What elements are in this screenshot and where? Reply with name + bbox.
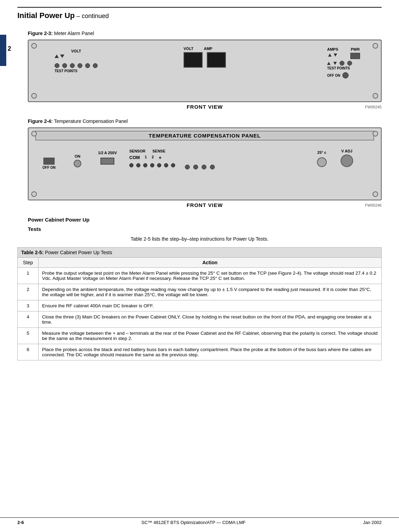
table-title-cell: Table 2-5: Power Cabinet Power Up Tests bbox=[18, 248, 382, 258]
page-container: 2 Initial Power Up – continued Figure 2-… bbox=[0, 0, 399, 532]
figure-2-4-frontview: FRONT VIEW FW00246 bbox=[28, 202, 382, 208]
right-panel-section: AMPS PWR bbox=[327, 47, 360, 78]
temp-label: 25° c bbox=[317, 150, 326, 155]
sensor-labels-row: SENSOR SENSE bbox=[129, 149, 175, 153]
figure-2-4-section: Figure 2-4: Temperature Compensation Pan… bbox=[17, 118, 382, 208]
figure-2-4-caption: Figure 2-4: Temperature Compensation Pan… bbox=[28, 118, 382, 124]
amps-section: AMPS bbox=[327, 47, 338, 57]
table-row: 2Depending on the ambient temperature, t… bbox=[18, 284, 382, 300]
vadj-label: V ADJ bbox=[341, 149, 352, 153]
action-cell-2: Depending on the ambient temperature, th… bbox=[39, 284, 382, 300]
chapter-number: 2 bbox=[8, 45, 11, 52]
intro-text: Table 2-5 lists the step–by–step instruc… bbox=[17, 236, 382, 242]
tcp-off-on: OFF ON bbox=[42, 158, 56, 169]
action-cell-4: Close the three (3) Main DC breakers on … bbox=[39, 311, 382, 328]
left-dot-3 bbox=[70, 63, 75, 68]
tcp-on-circle bbox=[74, 160, 81, 167]
figure-2-3-caption: Figure 2-3: Meter Alarm Panel bbox=[28, 31, 382, 36]
section-heading-line1: Power Cabinet Power Up bbox=[28, 217, 382, 223]
amps-pwr-area: AMPS PWR bbox=[327, 47, 360, 59]
step-cell-3: 3 bbox=[18, 300, 39, 311]
left-dots-row bbox=[55, 63, 98, 68]
meter-blocks-row bbox=[184, 52, 226, 68]
col-action-header: Action bbox=[39, 258, 382, 268]
off-on-section: OFF ON bbox=[327, 72, 360, 78]
tcp-sensor-section: SENSOR SENSE COM 1 2 + bbox=[129, 149, 175, 167]
action-cell-5: Measure the voltage between the + and – … bbox=[39, 328, 382, 344]
tcp-switch bbox=[43, 158, 55, 165]
tp-dot-1 bbox=[340, 61, 344, 66]
fw-number-2: FW00246 bbox=[365, 203, 382, 207]
sensor-dot-3 bbox=[143, 163, 147, 167]
table-2-5: Table 2-5: Power Cabinet Power Up Tests … bbox=[17, 247, 382, 360]
left-dot-2 bbox=[62, 63, 67, 68]
amp-top-label: AMP bbox=[204, 47, 212, 51]
test-points-right-label: TEST POINTS bbox=[327, 66, 360, 70]
left-dot-4 bbox=[78, 63, 82, 68]
front-view-label-2: FRONT VIEW bbox=[187, 202, 223, 208]
footer-title: SC™ 4812ET BTS Optimization/ATP — CDMA L… bbox=[141, 520, 246, 525]
table-title-suffix: Power Cabinet Power Up Tests bbox=[43, 250, 112, 255]
section-heading-line2: Tests bbox=[28, 226, 382, 232]
volt-top-label: VOLT bbox=[184, 47, 194, 51]
left-dot-6 bbox=[93, 63, 98, 68]
right-test-points-row bbox=[327, 61, 360, 66]
footer-page-num: 2-6 bbox=[17, 520, 24, 525]
action-cell-6: Place the probes across the black and re… bbox=[39, 344, 382, 360]
off-on-label: OFF ON bbox=[327, 74, 340, 77]
tcp-on-label: ON bbox=[75, 154, 81, 158]
action-cell-1: Probe the output voltage test point on t… bbox=[39, 268, 382, 284]
sensor-dot-1 bbox=[129, 163, 133, 167]
sensor-dot-4 bbox=[150, 163, 154, 167]
extra-dots-row bbox=[185, 165, 215, 169]
figure-2-3-frontview: FRONT VIEW FW00245 bbox=[28, 104, 382, 110]
figure-2-3-section: Figure 2-3: Meter Alarm Panel VOLT bbox=[17, 31, 382, 110]
tcp-vadj-section: V ADJ bbox=[341, 149, 353, 167]
page-footer: 2-6 SC™ 4812ET BTS Optimization/ATP — CD… bbox=[0, 517, 399, 525]
page-header: Initial Power Up – continued bbox=[17, 7, 382, 20]
meter-alarm-panel-diagram: VOLT TEST POINTS bbox=[28, 40, 382, 102]
action-cell-3: Ensure the RF cabinet 400A main DC break… bbox=[39, 300, 382, 311]
table-title-label: Table 2-5: bbox=[21, 250, 43, 255]
amps-label: AMPS bbox=[327, 47, 338, 51]
power-section-heading-container: Power Cabinet Power Up Tests bbox=[17, 217, 382, 232]
sensor-dot-5 bbox=[157, 163, 161, 167]
volt-meter-block bbox=[184, 52, 203, 68]
sensor-dots-row bbox=[129, 163, 175, 167]
table-row: 3Ensure the RF cabinet 400A main DC brea… bbox=[18, 300, 382, 311]
volt-indicator-row bbox=[55, 55, 98, 58]
extra-dot-1 bbox=[185, 165, 190, 169]
test-points-left-label: TEST POINTS bbox=[55, 69, 98, 73]
center-meters-section: VOLT AMP bbox=[184, 47, 226, 68]
footer-date: Jan 2002 bbox=[363, 520, 382, 525]
sensor-dot-6 bbox=[164, 163, 168, 167]
step-cell-2: 2 bbox=[18, 284, 39, 300]
pwr-block bbox=[350, 53, 360, 59]
temp-circle bbox=[317, 157, 327, 167]
tp-arrow-dn bbox=[333, 62, 337, 65]
fuse-block bbox=[100, 158, 114, 165]
extra-dot-4 bbox=[210, 165, 215, 169]
plus-symbol: + bbox=[159, 155, 162, 160]
table-row: 1Probe the output voltage test point on … bbox=[18, 268, 382, 284]
table-row: 6Place the probes across the black and r… bbox=[18, 344, 382, 360]
amps-dots bbox=[328, 53, 337, 57]
pwr-section: PWR bbox=[350, 47, 360, 59]
col-step-header: Step bbox=[18, 258, 39, 268]
table-row: 4Close the three (3) Main DC breakers on… bbox=[18, 311, 382, 328]
step-cell-5: 5 bbox=[18, 328, 39, 344]
tcp-controls: OFF ON ON 1/2 A 250V SENSOR SENSE bbox=[35, 147, 374, 196]
sensor-dot-2 bbox=[136, 163, 140, 167]
fw-number-1: FW00245 bbox=[365, 105, 382, 109]
one-label: 1 bbox=[145, 155, 147, 160]
page-title: Initial Power Up – continued bbox=[17, 11, 109, 20]
table-row: 5Measure the voltage between the + and –… bbox=[18, 328, 382, 344]
step-cell-4: 4 bbox=[18, 311, 39, 328]
extra-dot-2 bbox=[193, 165, 198, 169]
sensor-label: SENSOR bbox=[129, 149, 145, 153]
sensor-dot-7 bbox=[171, 163, 175, 167]
sense-label: SENSE bbox=[152, 149, 165, 153]
table-header-row: Table 2-5: Power Cabinet Power Up Tests bbox=[18, 248, 382, 258]
tcp-corner-tr bbox=[373, 131, 378, 136]
tcp-off-on-label: OFF ON bbox=[42, 166, 56, 169]
